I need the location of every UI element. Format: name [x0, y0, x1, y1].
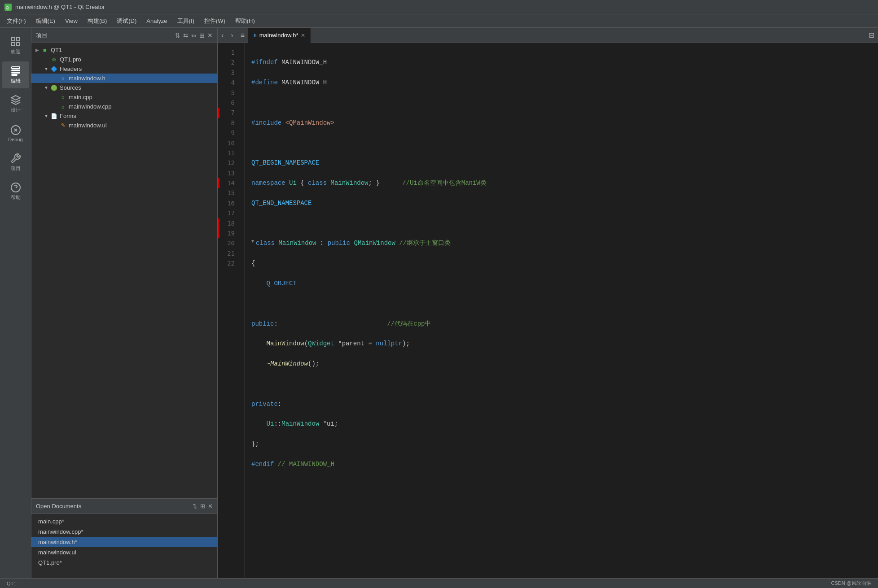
filter2-icon[interactable]: ⇆	[183, 32, 189, 39]
open-doc-mainwindow-ui[interactable]: mainwindow.ui	[31, 547, 217, 558]
sync-icon[interactable]: ⇔	[191, 32, 197, 39]
line-1: 1	[218, 48, 244, 57]
line-13: 13	[218, 168, 244, 178]
line-12: 12	[218, 158, 244, 168]
sidebar-item-debug[interactable]: Debug	[2, 120, 29, 147]
menu-item-i[interactable]: 工具(I)	[173, 15, 199, 27]
sidebar-item-edit[interactable]: 编辑	[2, 61, 29, 88]
panel-header-icons: ⇅ ⇆ ⇔ ⊞ ✕	[175, 32, 213, 39]
svg-rect-4	[12, 43, 15, 46]
line-10: 10	[218, 138, 244, 148]
tree-item-mainwindow-ui[interactable]: ✎ mainwindow.ui	[31, 121, 217, 130]
linenum-14: 14	[220, 178, 237, 188]
icon-sidebar: 欢迎 编辑 设计 Debug 项目	[0, 28, 31, 588]
project-label: 项目	[11, 165, 21, 172]
tab-next-btn[interactable]: ›	[227, 28, 237, 43]
code-line-6: QT_BEGIN_NAMESPACE	[251, 158, 871, 168]
tree-item-main-cpp[interactable]: c main.cpp	[31, 92, 217, 102]
welcome-label: 欢迎	[11, 48, 21, 55]
tree-label-mainwindow-h: mainwindow.h	[69, 75, 105, 82]
open-docs-sort-icon[interactable]: ⇅	[193, 503, 198, 510]
menu-item-b[interactable]: 构建(B)	[83, 15, 111, 27]
code-line-19: Ui::MainWindow *ui;	[251, 419, 871, 429]
tab-close-btn[interactable]: ✕	[301, 32, 305, 39]
code-line-9	[251, 218, 871, 228]
tab-split-btn[interactable]: ⊟	[865, 28, 878, 43]
linenum-15: 15	[220, 188, 237, 198]
menu-item-h[interactable]: 帮助(H)	[231, 15, 259, 27]
tree-arrow-qt1: ▶	[34, 48, 41, 52]
sidebar-item-project[interactable]: 项目	[2, 149, 29, 176]
line-2: 2	[218, 57, 244, 67]
design-label: 设计	[11, 107, 21, 113]
title-bar: Q mainwindow.h @ QT1 - Qt Creator	[0, 0, 878, 14]
code-line-17	[251, 379, 871, 389]
sidebar-item-welcome[interactable]: 欢迎	[2, 32, 29, 59]
menu-item-e[interactable]: 编辑(E)	[31, 15, 60, 27]
linenum-19: 19	[220, 228, 237, 238]
tree-arrow-headers: ▼	[43, 66, 50, 71]
code-editor: 1 2 3 4 5	[218, 43, 878, 588]
tree-item-qt1pro[interactable]: ⚙ QT1.pro	[31, 55, 217, 64]
tab-mainwindow-h[interactable]: h mainwindow.h* ✕	[248, 28, 311, 43]
qt1pro-icon: ⚙	[50, 57, 58, 63]
code-line-12: Q_OBJECT	[251, 279, 871, 288]
open-docs-close-icon[interactable]: ✕	[208, 503, 213, 510]
open-doc-qt1pro[interactable]: QT1.pro*	[31, 558, 217, 568]
tree-label-mainwindow-ui: mainwindow.ui	[69, 122, 107, 129]
linenum-2: 2	[220, 57, 237, 67]
tree-item-mainwindow-h[interactable]: h mainwindow.h	[31, 74, 217, 83]
svg-rect-5	[17, 43, 20, 46]
menu-item-w[interactable]: 控件(W)	[200, 15, 230, 27]
code-line-18: private:	[251, 399, 871, 409]
tree-label-sources: Sources	[60, 84, 81, 91]
svg-text:Q: Q	[6, 5, 9, 10]
sidebar-item-help[interactable]: 帮助	[2, 178, 29, 205]
sidebar-item-design[interactable]: 设计	[2, 91, 29, 118]
menu-bar: 文件(F)编辑(E)View构建(B)调试(D)Analyze工具(I)控件(W…	[0, 14, 878, 28]
tree-item-sources[interactable]: ▼ 🟢 Sources	[31, 83, 217, 92]
code-line-14: public: //代码在cpp中	[251, 319, 871, 329]
linenum-4: 4	[220, 78, 237, 87]
open-docs-header: Open Documents ⇅ ⊞ ✕	[31, 499, 217, 514]
code-content[interactable]: #ifndef MAINWINDOW_H #define MAINWINDOW_…	[245, 43, 878, 588]
open-docs-add-icon[interactable]: ⊞	[200, 503, 205, 510]
open-doc-mainwindow-h[interactable]: mainwindow.h*	[31, 537, 217, 547]
menu-item-analyze[interactable]: Analyze	[142, 16, 171, 26]
main-layout: 欢迎 编辑 设计 Debug 项目	[0, 28, 878, 588]
linenum-1: 1	[220, 48, 237, 57]
menu-item-f[interactable]: 文件(F)	[2, 15, 31, 27]
open-doc-mainwindow-cpp[interactable]: mainwindow.cpp*	[31, 527, 217, 537]
edit-label: 编辑	[11, 78, 21, 84]
tab-menu-btn[interactable]: ≡	[237, 28, 248, 43]
menu-item-view[interactable]: View	[61, 16, 82, 26]
tree-label-mainwindow-cpp: mainwindow.cpp	[69, 103, 111, 110]
tree-item-qt1[interactable]: ▶ ■ QT1	[31, 45, 217, 55]
tree-item-forms[interactable]: ▼ 📄 Forms	[31, 111, 217, 121]
code-line-4: #include <QMainWindow>	[251, 118, 871, 128]
linenum-21: 21	[220, 248, 237, 258]
linenum-6: 6	[220, 98, 237, 108]
line-8: 8	[218, 118, 244, 128]
tab-prev-btn[interactable]: ‹	[218, 28, 227, 43]
code-line-20: };	[251, 439, 871, 449]
menu-item-d[interactable]: 调试(D)	[112, 15, 141, 27]
code-line-2: #define MAINWINDOW_H	[251, 78, 871, 87]
tree-item-mainwindow-cpp[interactable]: c mainwindow.cpp	[31, 102, 217, 111]
debug-label: Debug	[8, 137, 22, 142]
code-line-22	[251, 479, 871, 489]
project-panel: 项目 ⇅ ⇆ ⇔ ⊞ ✕ ▶ ■ QT1 ⚙ QT1.pro	[31, 28, 218, 588]
open-doc-main-cpp[interactable]: main.cpp*	[31, 516, 217, 527]
mainwindow-cpp-icon: c	[59, 104, 67, 109]
linenum-12: 12	[220, 158, 237, 168]
filter-icon[interactable]: ⇅	[175, 32, 180, 39]
linenum-18: 18	[220, 218, 237, 228]
line-14: 14	[218, 178, 244, 188]
add-icon[interactable]: ⊞	[199, 32, 205, 39]
linenum-17: 17	[220, 208, 237, 218]
statusbar-right: CSDN @风吹雨淋	[831, 580, 871, 587]
tree-item-headers[interactable]: ▼ 🔷 Headers	[31, 64, 217, 74]
window-title: mainwindow.h @ QT1 - Qt Creator	[15, 4, 105, 10]
close-panel-icon[interactable]: ✕	[207, 32, 213, 39]
line-21: 21	[218, 248, 244, 258]
